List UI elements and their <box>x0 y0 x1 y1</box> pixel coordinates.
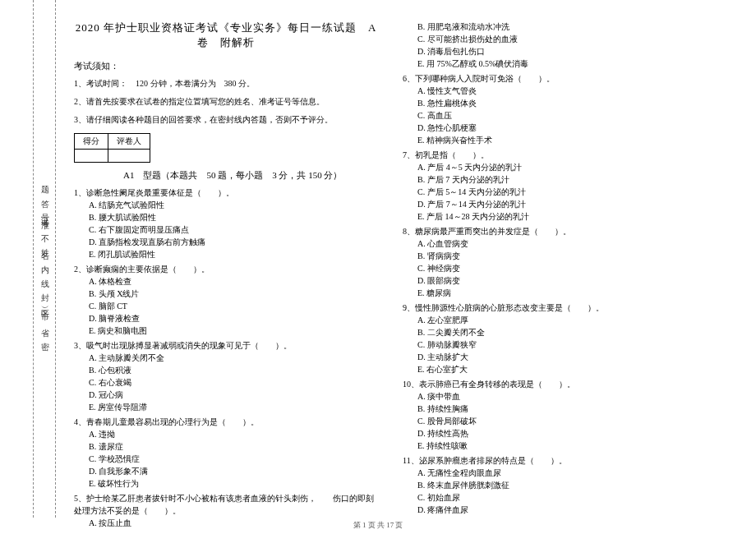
question-option: E. 右心室扩大 <box>417 364 715 375</box>
question-option: C. 高血压 <box>417 110 715 122</box>
question-option: C. 右下腹固定而明显压痛点 <box>89 224 378 236</box>
question-option: E. 持续性咳嗽 <box>417 440 715 452</box>
score-cell: 评卷人 <box>108 134 150 150</box>
binding-margin-text: 题 答 号证考准 不 姓名 内 线 封 ）区市（ 省 密 <box>39 179 50 338</box>
exam-title: 2020 年护士职业资格证考试《专业实务》每日一练试题 A 卷 附解析 <box>74 21 378 50</box>
right-continuation: B. 用肥皂液和流动水冲洗C. 尽可能挤出损伤处的血液D. 消毒后包扎伤口E. … <box>403 21 715 70</box>
question-option: A. 左心室肥厚 <box>417 315 715 326</box>
page-footer: 第 1 页 共 17 页 <box>0 520 756 531</box>
question-option: E. 破坏性行为 <box>89 478 378 490</box>
question-option: D. 直肠指检发现直肠右前方触痛 <box>89 237 378 248</box>
question-option: D. 冠心病 <box>89 389 378 401</box>
question-stem: 3、吸气时出现脉搏显著减弱或消失的现象可见于（ ）。 <box>74 339 378 352</box>
question-option: B. 终末血尿伴膀胱刺激征 <box>417 480 715 491</box>
question-option: D. 消毒后包扎伤口 <box>417 46 715 58</box>
question-option: E. 用 75%乙醇或 0.5%碘伏消毒 <box>417 58 715 70</box>
question-option: C. 股骨局部破坏 <box>417 416 715 427</box>
score-blank <box>75 150 108 163</box>
question-option: A. 体格检查 <box>89 276 378 288</box>
right-questions: 6、下列哪种病人入院时可免浴（ ）。A. 慢性支气管炎B. 急性扁桃体炎C. 高… <box>403 72 715 516</box>
question-stem: 8、糖尿病最严重而突出的并发症是（ ）。 <box>403 225 715 237</box>
question-option: E. 房室传导阻滞 <box>89 402 378 413</box>
question-option: B. 心包积液 <box>89 365 378 376</box>
question-option: B. 腰大肌试验阳性 <box>89 212 378 223</box>
question-option: C. 尽可能挤出损伤处的血液 <box>417 34 715 45</box>
question-stem: 5、护士给某乙肝患者拔针时不小心被粘有该患者血液的针头刺伤， 伤口的即刻处理方法… <box>74 492 378 517</box>
question-option: B. 持续性胸痛 <box>417 403 715 415</box>
question-stem: 11、泌尿系肿瘤患者排尿的特点是（ ）。 <box>403 454 715 467</box>
question-stem: 1、诊断急性阑尾炎最重要体征是（ ）。 <box>74 186 378 199</box>
question-option: C. 神经病变 <box>417 263 715 274</box>
question-option: D. 脑脊液检查 <box>89 313 378 325</box>
notice-item: 2、请首先按要求在试卷的指定位置填写您的姓名、准考证号等信息。 <box>74 95 378 108</box>
question-option: E. 精神病兴奋性手术 <box>417 135 715 146</box>
question-option: B. 用肥皂液和流动水冲洗 <box>417 21 715 33</box>
question-option: A. 产后 4～5 天内分泌的乳汁 <box>417 162 715 173</box>
question-option: D. 眼部病变 <box>417 275 715 287</box>
question-option: D. 自我形象不满 <box>89 466 378 477</box>
left-questions: 1、诊断急性阑尾炎最重要体征是（ ）。A. 结肠充气试验阳性B. 腰大肌试验阳性… <box>74 186 378 529</box>
section-title: A1 型题（本题共 50 题，每小题 3 分，共 150 分） <box>123 169 378 182</box>
question-option: E. 闭孔肌试验阳性 <box>89 249 378 260</box>
score-cell: 得分 <box>75 134 108 150</box>
question-option: D. 疼痛伴血尿 <box>417 504 715 516</box>
question-option: D. 产后 7～14 天内分泌的乳汁 <box>417 199 715 210</box>
question-option: B. 二尖瓣关闭不全 <box>417 327 715 338</box>
question-option: A. 慢性支气管炎 <box>417 85 715 97</box>
question-option: A. 主动脉瓣关闭不全 <box>89 352 378 364</box>
question-option: C. 学校恐惧症 <box>89 453 378 465</box>
question-option: C. 脑部 CT <box>89 301 378 312</box>
question-stem: 4、青春期儿童最容易出现的心理行为是（ ）。 <box>74 416 378 428</box>
question-option: D. 主动脉扩大 <box>417 352 715 363</box>
right-column: B. 用肥皂液和流动水冲洗C. 尽可能挤出损伤处的血液D. 消毒后包扎伤口E. … <box>403 21 715 517</box>
question-option: C. 初始血尿 <box>417 492 715 504</box>
score-table: 得分 评卷人 <box>74 133 150 163</box>
question-option: C. 肺动脉瓣狭窄 <box>417 339 715 351</box>
question-stem: 2、诊断癫痫的主要依据是（ ）。 <box>74 263 378 275</box>
question-stem: 6、下列哪种病人入院时可免浴（ ）。 <box>403 72 715 85</box>
question-option: D. 持续性高热 <box>417 428 715 440</box>
question-option: B. 产后 7 天内分泌的乳汁 <box>417 174 715 186</box>
question-option: C. 产后 5～14 天内分泌的乳汁 <box>417 186 715 198</box>
question-option: A. 无痛性全程肉眼血尿 <box>417 467 715 479</box>
binding-margin: 题 答 号证考准 不 姓名 内 线 封 ）区市（ 省 密 <box>33 0 56 518</box>
question-option: D. 急性心肌梗塞 <box>417 122 715 134</box>
question-option: E. 产后 14～28 天内分泌的乳汁 <box>417 211 715 223</box>
question-option: E. 病史和脑电图 <box>89 325 378 337</box>
question-option: A. 心血管病变 <box>417 238 715 250</box>
question-option: C. 右心衰竭 <box>89 377 378 389</box>
score-blank <box>108 150 150 163</box>
question-option: B. 急性扁桃体炎 <box>417 98 715 109</box>
question-option: B. 遗尿症 <box>89 441 378 453</box>
question-option: A. 违拗 <box>89 429 378 440</box>
question-option: E. 糖尿病 <box>417 288 715 299</box>
notice-item: 3、请仔细阅读各种题目的回答要求，在密封线内答题，否则不予评分。 <box>74 113 378 127</box>
exam-page: 题 答 号证考准 不 姓名 内 线 封 ）区市（ 省 密 2020 年护士职业资… <box>0 0 756 534</box>
question-option: B. 肾病病变 <box>417 251 715 262</box>
question-option: A. 结肠充气试验阳性 <box>89 200 378 211</box>
left-column: 2020 年护士职业资格证考试《专业实务》每日一练试题 A 卷 附解析 考试须知… <box>74 21 378 530</box>
notice-item: 1、考试时间： 120 分钟，本卷满分为 380 分。 <box>74 77 378 90</box>
question-stem: 10、表示肺癌已有全身转移的表现是（ ）。 <box>403 378 715 390</box>
question-stem: 9、慢性肺源性心脏病的心脏形态改变主要是（ ）。 <box>403 302 715 314</box>
question-option: A. 痰中带血 <box>417 391 715 403</box>
notice-header: 考试须知： <box>74 60 378 72</box>
question-option: B. 头颅 X线片 <box>89 288 378 300</box>
question-stem: 7、初乳是指（ ）。 <box>403 149 715 161</box>
